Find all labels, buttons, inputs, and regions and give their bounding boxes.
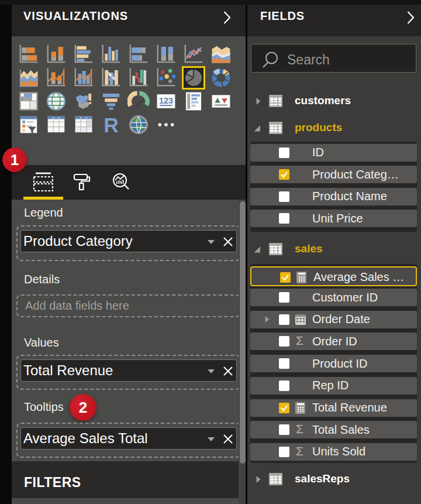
- svg-text:R: R: [103, 114, 119, 136]
- svg-text:123: 123: [159, 96, 173, 105]
